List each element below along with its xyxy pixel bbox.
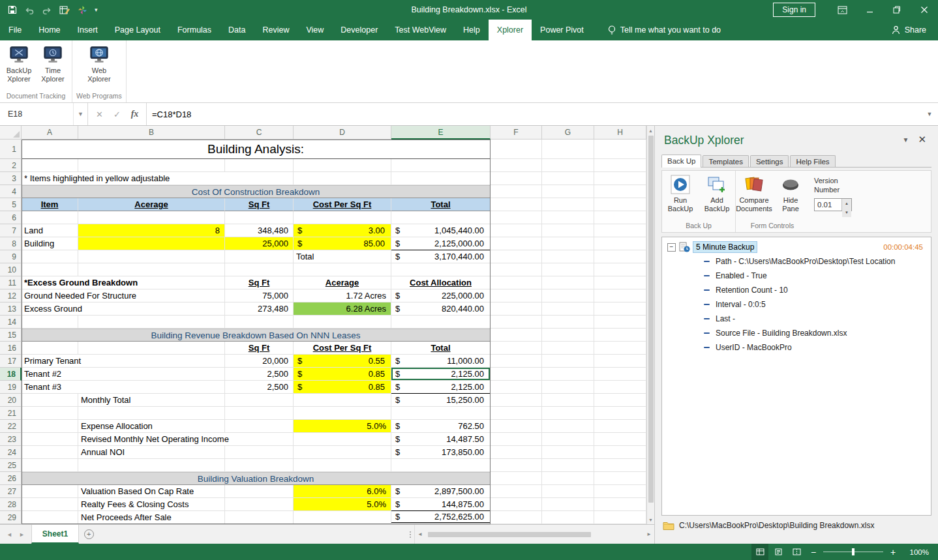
cell-F12[interactable] bbox=[491, 289, 542, 302]
tree-property[interactable]: Last - bbox=[662, 312, 931, 326]
ribbon-tab-insert[interactable]: Insert bbox=[69, 20, 106, 40]
cell-D16[interactable]: Cost Per Sq Ft bbox=[294, 342, 391, 355]
cell-E20[interactable]: $15,250.00 bbox=[391, 394, 491, 407]
redo-icon[interactable] bbox=[42, 6, 52, 14]
cell-A24[interactable] bbox=[22, 446, 78, 459]
cell-C25[interactable] bbox=[225, 459, 294, 472]
cell-F2[interactable] bbox=[491, 159, 542, 172]
cell-E21[interactable] bbox=[391, 407, 491, 420]
tree-property[interactable]: Retention Count - 10 bbox=[662, 283, 931, 297]
cell-D14[interactable] bbox=[294, 316, 391, 329]
cell-G9[interactable] bbox=[542, 250, 594, 263]
ribbon-tab-power-pivot[interactable]: Power Pivot bbox=[532, 20, 592, 40]
cell-H6[interactable] bbox=[594, 211, 646, 224]
cancel-icon[interactable]: ✕ bbox=[91, 110, 108, 119]
version-number-value[interactable]: 0.01 bbox=[815, 199, 841, 211]
cell-B10[interactable] bbox=[78, 263, 225, 276]
cell-D22[interactable]: 5.0% bbox=[294, 420, 391, 433]
scroll-down-icon[interactable]: ▼ bbox=[647, 515, 655, 524]
cell-F17[interactable] bbox=[491, 355, 542, 368]
cell-G13[interactable] bbox=[542, 302, 594, 316]
cell-G2[interactable] bbox=[542, 159, 594, 172]
cell-F15[interactable] bbox=[491, 329, 542, 342]
spinner-down-icon[interactable]: ▼ bbox=[842, 208, 851, 217]
cell-H26[interactable] bbox=[594, 472, 646, 485]
cell-A12[interactable]: Ground Needed For Structure bbox=[22, 289, 225, 302]
cell-D6[interactable] bbox=[294, 211, 391, 224]
cell-E27[interactable]: $2,897,500.00 bbox=[391, 485, 491, 498]
ribbon-tab-data[interactable]: Data bbox=[220, 20, 254, 40]
cell-A14[interactable] bbox=[22, 316, 78, 329]
row-header-5[interactable]: 5 bbox=[0, 198, 22, 211]
row-header-15[interactable]: 15 bbox=[0, 329, 22, 342]
cell-A6[interactable] bbox=[22, 211, 78, 224]
cell-F3[interactable] bbox=[491, 172, 542, 185]
task-pane-close-icon[interactable]: ✕ bbox=[915, 134, 929, 145]
cell-C2[interactable] bbox=[225, 159, 294, 172]
run-backup-button[interactable]: Run BackUp bbox=[662, 175, 699, 213]
row-header-17[interactable]: 17 bbox=[0, 355, 22, 368]
cell-E2[interactable] bbox=[391, 159, 491, 172]
cell-C22[interactable] bbox=[225, 420, 294, 433]
cell-D27[interactable]: 6.0% bbox=[294, 485, 391, 498]
cell-B16[interactable] bbox=[78, 342, 225, 355]
cell-C5[interactable]: Sq Ft bbox=[225, 198, 294, 211]
cell-E19[interactable]: $2,125.00 bbox=[391, 381, 491, 394]
cell-E17[interactable]: $11,000.00 bbox=[391, 355, 491, 368]
cell-D13[interactable]: 6.28 Acres bbox=[294, 302, 391, 316]
cell-H3[interactable] bbox=[594, 172, 646, 185]
restore-button[interactable] bbox=[883, 0, 911, 20]
column-header-A[interactable]: A bbox=[22, 126, 78, 140]
cell-F5[interactable] bbox=[491, 198, 542, 211]
horizontal-scrollbar-thumb[interactable] bbox=[428, 532, 591, 537]
cell-D5[interactable]: Cost Per Sq Ft bbox=[294, 198, 391, 211]
cell-H15[interactable] bbox=[594, 329, 646, 342]
undo-icon[interactable] bbox=[24, 6, 35, 14]
cell-B8[interactable] bbox=[78, 237, 225, 250]
cell-E29[interactable]: $2,752,625.00 bbox=[391, 511, 491, 524]
select-all-corner[interactable] bbox=[0, 126, 22, 140]
tree-property[interactable]: Interval - 0:0:5 bbox=[662, 297, 931, 312]
column-header-H[interactable]: H bbox=[594, 126, 646, 140]
page-layout-view-button[interactable] bbox=[770, 544, 787, 560]
row-header-12[interactable]: 12 bbox=[0, 289, 22, 302]
cell-H28[interactable] bbox=[594, 498, 646, 511]
pane-tab-settings[interactable]: Settings bbox=[750, 155, 789, 167]
row-header-1[interactable]: 1 bbox=[0, 140, 22, 159]
pane-tab-help-files[interactable]: Help Files bbox=[790, 155, 835, 167]
vertical-scrollbar[interactable]: ▲ ▼ bbox=[646, 126, 654, 524]
cell-H29[interactable] bbox=[594, 511, 646, 524]
enter-icon[interactable]: ✓ bbox=[108, 110, 126, 119]
cell-F19[interactable] bbox=[491, 381, 542, 394]
cell-E10[interactable] bbox=[391, 263, 491, 276]
cell-E14[interactable] bbox=[391, 316, 491, 329]
tree-root-label[interactable]: 5 Minute Backup bbox=[693, 241, 757, 253]
cell-D11[interactable]: Acerage bbox=[294, 276, 391, 289]
cell-A8[interactable]: Building bbox=[22, 237, 78, 250]
cell-C6[interactable] bbox=[225, 211, 294, 224]
cell-E18[interactable]: $2,125.00 bbox=[391, 368, 491, 381]
cell-C20[interactable] bbox=[225, 394, 294, 407]
cell-H18[interactable] bbox=[594, 368, 646, 381]
cell-D2[interactable] bbox=[294, 159, 391, 172]
name-box[interactable]: E18 ▼ bbox=[0, 103, 88, 125]
cell-A9[interactable] bbox=[22, 250, 78, 263]
row-header-10[interactable]: 10 bbox=[0, 263, 22, 276]
macro-pinwheel-icon[interactable] bbox=[78, 5, 87, 15]
zoom-slider-handle[interactable] bbox=[852, 548, 855, 555]
cell-F20[interactable] bbox=[491, 394, 542, 407]
cell-C18[interactable]: 2,500 bbox=[225, 368, 294, 381]
cell-G3[interactable] bbox=[542, 172, 594, 185]
cell-F23[interactable] bbox=[491, 433, 542, 446]
cell-B14[interactable] bbox=[78, 316, 225, 329]
cell-H20[interactable] bbox=[594, 394, 646, 407]
cell-G12[interactable] bbox=[542, 289, 594, 302]
cell-C28[interactable] bbox=[225, 498, 294, 511]
cell-F21[interactable] bbox=[491, 407, 542, 420]
cell-G23[interactable] bbox=[542, 433, 594, 446]
row-header-23[interactable]: 23 bbox=[0, 433, 22, 446]
cell-F24[interactable] bbox=[491, 446, 542, 459]
ribbon-tab-view[interactable]: View bbox=[297, 20, 332, 40]
qat-customize-icon[interactable]: ▾ bbox=[95, 7, 98, 13]
tree-property[interactable]: Path - C:\Users\MacBookPro\Desktop\Test … bbox=[662, 254, 931, 269]
